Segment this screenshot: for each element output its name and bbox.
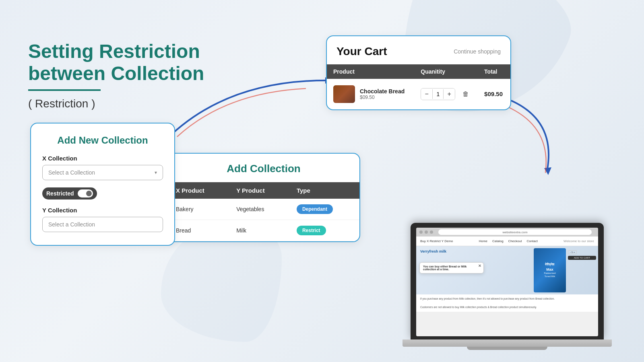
browser-dot-1 [419, 230, 423, 234]
restricted-toggle-container[interactable]: Restricted [42, 187, 97, 200]
table-row: Bakery Vegetables Dependant [168, 199, 359, 220]
laptop-sidebar: - 1 + ADD TO CART [568, 250, 594, 260]
laptop-screen-inner: websiteextra.com Buy X Restrict Y Demo H… [416, 228, 598, 336]
browser-dot-2 [425, 230, 428, 234]
x-collection-placeholder: Select a Collection [48, 169, 95, 176]
laptop-nav-contact[interactable]: Contact [526, 239, 538, 243]
url-text: websiteextra.com [502, 230, 527, 234]
col-type: Type [289, 182, 359, 199]
collection-table-header-row: X Product Y Product Type [168, 182, 359, 199]
add-new-collection-title: Add New Collection [42, 135, 163, 146]
cart-title: Your Cart [336, 45, 387, 58]
cart-product-cell: Chocolate Bread $09.50 [327, 79, 414, 109]
browser-url-bar[interactable]: websiteextra.com [438, 229, 592, 235]
row2-x-product: Bread [168, 220, 228, 241]
qty-value: 1 [432, 89, 444, 99]
col-y-product: Y Product [228, 182, 289, 199]
tooltip-close-icon[interactable]: ✕ [478, 264, 481, 268]
main-heading: Setting Restriction between Collection (… [28, 40, 204, 110]
product-img-inner [333, 85, 355, 103]
quantity-control[interactable]: − 1 + [421, 88, 455, 100]
row1-type: Dependant [289, 199, 359, 220]
svg-marker-2 [544, 167, 551, 175]
laptop-browser-bar: websiteextra.com [416, 228, 598, 237]
laptop-base [402, 339, 612, 347]
continue-shopping-link[interactable]: Continue shopping [454, 48, 501, 55]
restrict-badge: Restrict [297, 226, 326, 235]
row2-type: Restrict [289, 220, 359, 241]
product-price: $09.50 [360, 95, 405, 100]
x-collection-select[interactable]: Select a Collection ▾ [42, 165, 163, 180]
laptop-bottom-content: If you purchase any product from Milk co… [416, 294, 598, 312]
row1-x-product: Bakery [168, 199, 228, 220]
y-collection-section: Y Collection Select a Collection [42, 207, 163, 232]
laptop-product-image: वेरीफ्रेश Max PasteurisedToned Milk [534, 248, 566, 292]
cart-item-row: Chocolate Bread $09.50 − 1 + 🗑 [327, 79, 510, 109]
heading-underline [28, 89, 101, 91]
laptop-bottom-strip [467, 347, 547, 350]
cart-header-row: Product Quanitity Total [327, 64, 510, 79]
restricted-label: Restricted [46, 190, 74, 197]
y-collection-placeholder: Select a Collection [48, 221, 95, 228]
cart-quantity-cell: − 1 + 🗑 [414, 79, 478, 109]
add-collection-table-card: Add Collection X Product Y Product Type … [167, 153, 360, 242]
laptop-nav-catalog[interactable]: Catalog [492, 239, 504, 243]
laptop-qty-box[interactable]: - 1 + [568, 250, 577, 254]
laptop-desc-2: Customers are not allowed to buy Milk co… [420, 305, 594, 309]
x-collection-label: X Collection [42, 155, 163, 162]
restricted-toggle-switch[interactable] [78, 189, 93, 197]
qty-increase-button[interactable]: + [444, 88, 455, 100]
laptop-nav-checkout[interactable]: Checkout [508, 239, 522, 243]
laptop-hero: Verryfresh milk ✕ You can buy either Bre… [416, 246, 598, 294]
cart-col-total: Total [478, 64, 510, 79]
laptop-screen-outer: websiteextra.com Buy X Restrict Y Demo H… [411, 223, 604, 339]
cart-col-product: Product [327, 64, 414, 79]
row1-y-product: Vegetables [228, 199, 289, 220]
laptop-tooltip: ✕ You can buy either Bread or Milk colle… [419, 262, 484, 274]
item-total: $09.50 [484, 90, 503, 97]
col-x-product: X Product [168, 182, 228, 199]
laptop-nav-home[interactable]: Home [479, 239, 487, 243]
qty-decrease-button[interactable]: − [421, 88, 432, 100]
laptop-desc-1: If you purchase any product from Milk co… [420, 297, 594, 301]
delete-item-icon[interactable]: 🗑 [462, 90, 469, 98]
cart-total-cell: $09.50 [478, 79, 510, 109]
dependant-badge: Dependant [297, 204, 333, 214]
laptop-content: Buy X Restrict Y Demo Home Catalog Check… [416, 237, 598, 336]
table-row: Bread Milk Restrict [168, 220, 359, 241]
heading-subtitle: ( Restriction ) [28, 97, 204, 110]
cart-header: Your Cart Continue shopping [327, 36, 510, 64]
y-collection-label: Y Collection [42, 207, 163, 214]
cart-table: Product Quanitity Total Chocolate Bread … [327, 64, 510, 109]
x-collection-chevron-icon: ▾ [155, 170, 157, 175]
product-image [333, 85, 355, 103]
laptop-welcome: Welcome to our store [564, 239, 594, 243]
laptop-nav: Buy X Restrict Y Demo Home Catalog Check… [416, 237, 598, 246]
laptop-mockup: websiteextra.com Buy X Restrict Y Demo H… [402, 223, 612, 350]
laptop-add-to-cart-btn[interactable]: ADD TO CART [568, 256, 596, 260]
laptop-demo-label: Buy X Restrict Y Demo [420, 239, 453, 243]
add-collection-title: Add Collection [168, 154, 359, 182]
product-name: Chocolate Bread [360, 88, 405, 95]
product-details: Chocolate Bread $09.50 [360, 88, 405, 100]
cart-col-quantity: Quanitity [414, 64, 478, 79]
product-info: Chocolate Bread $09.50 [333, 85, 408, 103]
tooltip-text: You can buy either Bread or Milk collect… [423, 265, 466, 271]
restricted-row: Restricted [42, 187, 163, 200]
y-collection-select[interactable]: Select a Collection [42, 217, 163, 232]
laptop-page-title: Verryfresh milk [420, 249, 446, 253]
add-new-collection-card: Add New Collection X Collection Select a… [30, 123, 175, 246]
collection-table: X Product Y Product Type Bakery Vegetabl… [168, 182, 359, 241]
browser-dot-3 [430, 230, 433, 234]
row2-y-product: Milk [228, 220, 289, 241]
product-img-text: वेरीफ्रेश Max PasteurisedToned Milk [544, 262, 555, 278]
cart-card: Your Cart Continue shopping Product Quan… [326, 35, 511, 110]
heading-title: Setting Restriction between Collection [28, 40, 204, 84]
